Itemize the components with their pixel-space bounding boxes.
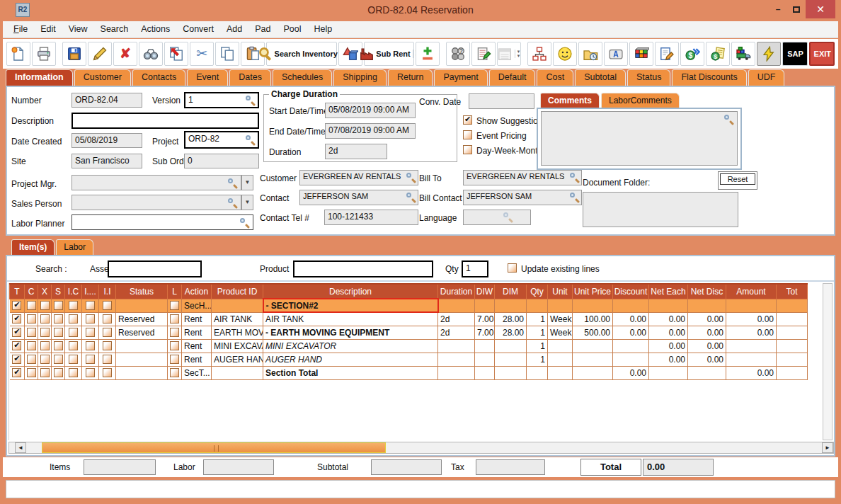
row-checkbox[interactable] <box>86 341 95 350</box>
column-header[interactable]: C <box>25 284 38 299</box>
new-document-button[interactable] <box>6 42 30 66</box>
sales-person-lookup-icon[interactable] <box>227 197 238 208</box>
duration-cell[interactable] <box>438 299 475 312</box>
row-checkbox[interactable] <box>69 314 78 323</box>
tab-shipping[interactable]: Shipping <box>333 69 387 86</box>
column-header[interactable]: Duration <box>438 284 475 299</box>
action-cell[interactable]: SecT... <box>182 366 212 379</box>
menu-help[interactable]: Help <box>308 21 339 34</box>
project-mgr-dropdown-button[interactable]: ▼ <box>241 175 253 190</box>
row-checkbox[interactable] <box>27 314 36 323</box>
description-cell[interactable]: - SECTION#2 <box>263 299 438 312</box>
column-header[interactable]: Amount <box>726 284 777 299</box>
row-checkbox[interactable] <box>103 314 112 323</box>
row-checkbox[interactable] <box>40 328 50 337</box>
row-checkbox[interactable] <box>69 355 78 364</box>
unit-price-cell[interactable] <box>573 299 613 312</box>
tab-event[interactable]: Event <box>187 69 228 86</box>
amount-cell[interactable]: 0.00 <box>726 326 777 339</box>
folder-time-button[interactable] <box>578 42 602 66</box>
column-header[interactable]: Action <box>182 284 212 299</box>
project-lookup-icon[interactable] <box>245 134 256 145</box>
row-checkbox[interactable] <box>54 355 63 364</box>
column-header[interactable]: L <box>168 284 182 299</box>
column-header[interactable]: DIW <box>475 284 495 299</box>
row-checkbox[interactable] <box>86 314 95 323</box>
menu-actions[interactable]: Actions <box>135 21 176 34</box>
unit-cell[interactable] <box>548 366 573 379</box>
row-checkbox[interactable] <box>54 341 63 350</box>
row-checkbox[interactable] <box>27 341 36 350</box>
day-week-month-pricing-checkbox[interactable] <box>463 145 472 154</box>
bill-to-lookup-icon[interactable] <box>569 172 580 183</box>
amount-cell[interactable] <box>726 299 777 312</box>
unit-price-cell[interactable]: 100.00 <box>573 312 613 326</box>
diw-cell[interactable] <box>475 353 495 366</box>
tab-laborcomments[interactable]: LaborComments <box>601 93 680 108</box>
row-checkbox[interactable] <box>170 368 179 377</box>
bill-contact-field[interactable]: JEFFERSON SAM <box>463 190 582 205</box>
scroll-left-icon[interactable]: ◄ <box>15 442 26 453</box>
row-checkbox[interactable] <box>40 355 50 364</box>
description-cell[interactable]: - EARTH MOVING EQUIPMENT <box>263 326 438 339</box>
net-disc-cell[interactable] <box>688 366 726 379</box>
crew-cube-button[interactable] <box>629 42 653 66</box>
tab-cost[interactable]: Cost <box>537 69 573 86</box>
diw-cell[interactable]: 7.00 <box>475 312 495 326</box>
row-checkbox[interactable] <box>12 355 21 364</box>
column-header[interactable]: S <box>52 284 65 299</box>
row-checkbox[interactable] <box>103 355 112 364</box>
diw-cell[interactable] <box>475 299 495 312</box>
row-checkbox[interactable] <box>103 328 112 337</box>
column-header[interactable]: T <box>10 284 25 299</box>
horizontal-scrollbar[interactable]: ◄ ► <box>8 442 834 454</box>
row-checkbox[interactable] <box>40 314 50 323</box>
row-checkbox[interactable] <box>27 368 36 377</box>
row-checkbox[interactable] <box>170 355 179 364</box>
column-header[interactable]: I.... <box>82 284 99 299</box>
row-checkbox[interactable] <box>40 301 50 310</box>
bill-contact-lookup-icon[interactable] <box>569 192 580 202</box>
print-button[interactable] <box>32 42 56 66</box>
net-disc-cell[interactable]: 0.00 <box>688 312 726 326</box>
edit-pencil-button[interactable] <box>88 42 112 66</box>
tab-default[interactable]: Default <box>489 69 536 86</box>
tab-customer[interactable]: Customer <box>74 69 131 86</box>
description-cell[interactable]: Section Total <box>263 366 438 379</box>
amount-cell[interactable]: 0.00 <box>726 366 777 379</box>
product-id-cell[interactable]: AIR TANK <box>212 312 263 326</box>
quick-action-button[interactable] <box>757 42 781 66</box>
duration-cell[interactable]: 2d <box>438 326 475 339</box>
row-checkbox[interactable] <box>69 301 78 310</box>
description-cell[interactable]: AIR TANK <box>263 312 438 326</box>
availability-button[interactable]: ? <box>446 42 470 66</box>
column-header[interactable]: Net Disc <box>688 284 726 299</box>
qty-cell[interactable] <box>527 299 548 312</box>
status-cell[interactable]: Reserved <box>116 312 168 326</box>
diw-cell[interactable] <box>475 339 495 353</box>
column-header[interactable]: Net Each <box>649 284 688 299</box>
description-cell[interactable]: MINI EXCAVATOR <box>263 339 438 353</box>
row-checkbox[interactable] <box>86 301 95 310</box>
project-mgr-lookup-icon[interactable] <box>227 178 238 188</box>
tot-cell[interactable] <box>777 326 808 339</box>
vertical-scrollbar[interactable] <box>823 283 833 440</box>
copy-lines-button[interactable] <box>164 42 188 66</box>
tot-cell[interactable] <box>777 366 808 379</box>
diw-cell[interactable] <box>475 366 495 379</box>
row-checkbox[interactable] <box>27 355 36 364</box>
customer-lookup-icon[interactable] <box>406 172 416 183</box>
column-header[interactable]: X <box>38 284 52 299</box>
menu-pad[interactable]: Pad <box>248 21 277 34</box>
contact-lookup-icon[interactable] <box>406 192 416 202</box>
row-checkbox[interactable] <box>170 314 179 323</box>
column-header[interactable]: Status <box>116 284 168 299</box>
delete-button[interactable]: ✘ <box>113 42 137 66</box>
action-cell[interactable]: Rent <box>182 326 212 339</box>
transport-button[interactable] <box>731 42 755 66</box>
dim-cell[interactable] <box>495 339 527 353</box>
row-checkbox[interactable] <box>40 368 50 377</box>
status-cell[interactable] <box>116 339 168 353</box>
row-checkbox[interactable] <box>170 301 179 310</box>
comments-field[interactable] <box>541 111 738 166</box>
